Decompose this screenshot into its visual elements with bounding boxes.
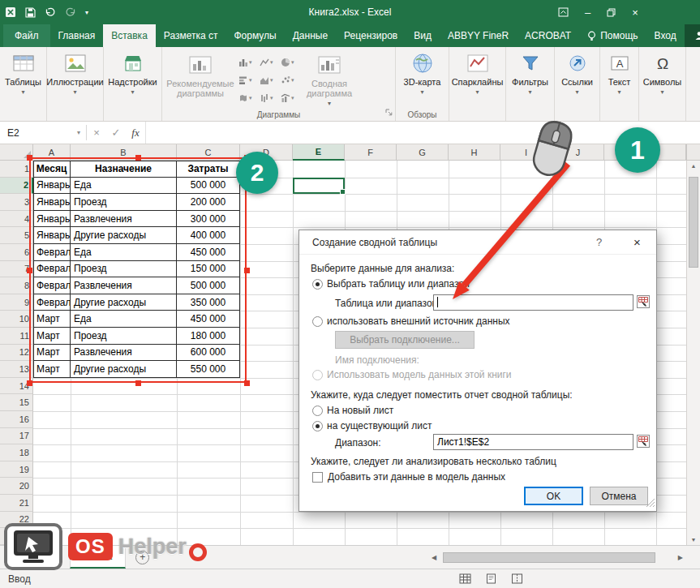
grid-line — [293, 161, 294, 545]
vertical-scrollbar-thumb[interactable] — [689, 177, 698, 268]
row-header-2[interactable]: 2 — [0, 178, 33, 195]
vertical-scrollbar[interactable]: ▲ ▼ — [686, 161, 700, 545]
radio-external-source-label[interactable]: использовать внешний источник данных — [327, 315, 510, 327]
radio-external-source[interactable] — [312, 316, 323, 327]
row-header-18[interactable]: 18 — [0, 444, 33, 461]
dialog-close-button[interactable]: × — [633, 235, 641, 249]
dialog-title: Создание сводной таблицы — [312, 237, 437, 248]
horizontal-scrollbar-thumb[interactable] — [443, 552, 655, 563]
annotation-handle — [27, 380, 32, 386]
logo-os-badge: OS — [68, 533, 113, 560]
horizontal-scrollbar-track[interactable] — [440, 552, 675, 564]
row-header-20[interactable]: 20 — [0, 478, 33, 495]
scroll-right-icon[interactable]: ▶ — [675, 554, 686, 561]
row-header-13[interactable]: 13 — [0, 361, 33, 378]
row-header-19[interactable]: 19 — [0, 461, 33, 479]
column-header-F[interactable]: F — [345, 144, 397, 161]
radio-existing-worksheet-label[interactable]: на существующий лист — [327, 420, 432, 431]
row-header-6[interactable]: 6 — [0, 244, 33, 261]
row-header-8[interactable]: 8 — [0, 277, 33, 294]
table-highlight-annotation — [29, 157, 247, 383]
create-pivot-table-dialog: Создание сводной таблицы ? × Выберите да… — [298, 230, 657, 512]
ok-button[interactable]: OK — [524, 487, 583, 505]
cancel-button[interactable]: Отмена — [590, 487, 648, 505]
placement-section-label: Укажите, куда следует поместить отчет св… — [311, 389, 573, 401]
scroll-down-icon[interactable]: ▼ — [687, 537, 700, 543]
column-header-partial[interactable] — [656, 144, 686, 161]
annotation-handle — [27, 268, 32, 273]
radio-select-table-or-range-label[interactable]: Выбрать таблицу или диапазон — [327, 278, 470, 290]
target-ring-icon — [189, 543, 207, 561]
radio-use-data-model-label: Использовать модель данных этой книги — [327, 369, 512, 380]
column-header-E[interactable]: E — [293, 144, 345, 161]
logo-helper-text: Helper — [118, 534, 187, 560]
mouse-annotation — [517, 112, 586, 187]
normal-view-icon[interactable] — [459, 573, 471, 586]
selected-cell-E2[interactable] — [293, 178, 345, 195]
add-to-data-model-checkbox[interactable] — [312, 472, 323, 483]
annotation-handle — [27, 155, 32, 161]
choose-data-section-label: Выберите данные для анализа: — [311, 263, 454, 274]
row-header-3[interactable]: 3 — [0, 194, 33, 211]
step-badge-2: 2 — [236, 152, 278, 194]
row-header-9[interactable]: 9 — [0, 294, 33, 311]
status-bar: Ввод — [0, 569, 700, 588]
row-header-15[interactable]: 15 — [0, 394, 33, 411]
connection-name-label: Имя подключения: — [335, 354, 419, 366]
scroll-up-icon[interactable]: ▲ — [687, 163, 700, 169]
text-cursor — [437, 297, 438, 307]
annotation-handle — [135, 380, 141, 386]
scroll-left-icon[interactable]: ◀ — [428, 554, 440, 561]
location-range-label: Диапазон: — [335, 437, 381, 449]
range-picker-icon[interactable] — [637, 435, 650, 448]
range-picker-icon[interactable] — [637, 295, 650, 308]
annotation-handle — [244, 380, 250, 386]
dialog-help-button[interactable]: ? — [596, 236, 602, 248]
page-break-preview-icon[interactable] — [511, 573, 523, 586]
scrollbar-corner — [686, 144, 700, 161]
row-header-21[interactable]: 21 — [0, 495, 33, 512]
horizontal-scrollbar[interactable]: ◀ ▶ — [428, 551, 686, 564]
step-badge-1: 1 — [615, 127, 660, 173]
annotation-handle — [244, 268, 250, 273]
location-range-input[interactable] — [433, 434, 633, 450]
table-range-input[interactable] — [433, 294, 633, 311]
annotation-handle — [135, 155, 141, 161]
radio-existing-worksheet[interactable] — [312, 421, 323, 431]
row-header-11[interactable]: 11 — [0, 328, 33, 345]
os-helper-watermark: OS Helper — [4, 523, 207, 570]
excel-window: ▾ Книга2.xlsx - Excel – × ФайлГлавнаяВст… — [0, 0, 700, 588]
view-shortcuts — [459, 573, 523, 586]
radio-new-worksheet[interactable] — [312, 406, 323, 416]
status-mode: Ввод — [8, 573, 31, 585]
dialog-title-bar[interactable]: Создание сводной таблицы ? × — [299, 230, 656, 255]
row-header-16[interactable]: 16 — [0, 411, 33, 428]
row-header-4[interactable]: 4 — [0, 211, 33, 228]
row-header-17[interactable]: 17 — [0, 428, 33, 445]
column-header-G[interactable]: G — [397, 144, 449, 161]
column-header-H[interactable]: H — [449, 144, 500, 161]
add-to-data-model-label[interactable]: Добавить эти данные в модель данных — [328, 471, 505, 483]
row-header-10[interactable]: 10 — [0, 311, 33, 328]
choose-connection-button: Выбрать подключение... — [335, 331, 475, 349]
table-range-label: Таблица или диапазон: — [335, 298, 440, 309]
radio-use-data-model — [312, 370, 323, 380]
row-header-12[interactable]: 12 — [0, 345, 33, 362]
multi-table-section-label: Укажите, следует ли анализировать нескол… — [311, 456, 556, 467]
row-header-1[interactable]: 1 — [0, 161, 33, 178]
page-layout-icon[interactable] — [485, 573, 497, 586]
resize-grip[interactable] — [646, 498, 655, 510]
radio-new-worksheet-label[interactable]: На новый лист — [327, 405, 393, 416]
radio-select-table-or-range[interactable] — [312, 279, 323, 290]
row-header-5[interactable]: 5 — [0, 227, 33, 244]
monitor-icon — [4, 523, 62, 570]
